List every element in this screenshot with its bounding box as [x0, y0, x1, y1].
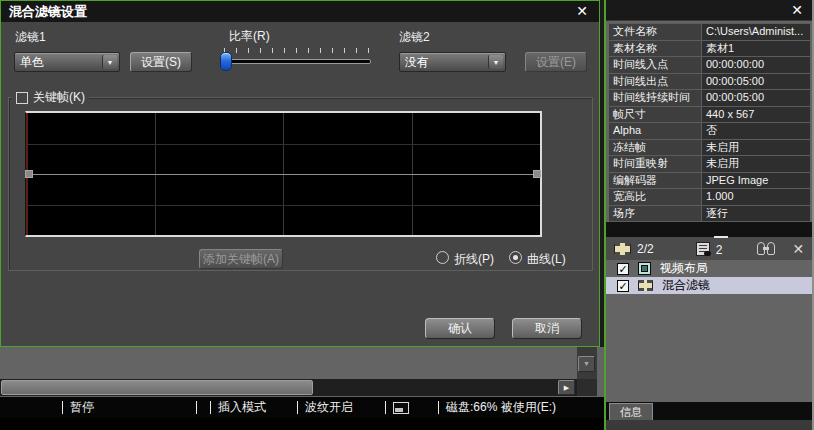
filter2-settings-button[interactable]: 设置(E)	[525, 52, 587, 72]
chevron-down-icon[interactable]: ▼	[102, 55, 117, 69]
table-row: 编解码器JPEG Image	[609, 173, 810, 190]
table-row: 帧尺寸440 x 567	[609, 107, 810, 124]
filter2-dropdown-value: 没有	[405, 54, 429, 71]
filter1-dropdown[interactable]: 单色 ▼	[14, 52, 120, 72]
chevron-down-icon[interactable]: ▼	[488, 55, 503, 69]
confirm-button[interactable]: 确认	[425, 318, 495, 339]
timeline-window-bottom: ▼ ▶ 暂停 插入模式 波纹开启 磁盘:66% 被使用(E:)	[0, 347, 604, 430]
dialog-titlebar[interactable]: 混合滤镜设置	[1, 1, 599, 22]
scrollbar-corner	[577, 379, 597, 396]
keyframe-checkbox[interactable]	[16, 92, 28, 104]
keyframe-curve-area[interactable]	[25, 111, 542, 237]
table-row: 时间重映射未启用	[609, 156, 810, 173]
filter1-dropdown-value: 单色	[20, 54, 44, 71]
table-row: 冻结帧未启用	[609, 140, 810, 157]
table-row: 素材名称素材1	[609, 41, 810, 58]
panel-bottom-edge	[606, 420, 812, 430]
scroll-right-icon[interactable]: ▶	[558, 380, 575, 395]
curve-right-handle[interactable]	[533, 170, 541, 178]
table-row: 宽高比1.000	[609, 189, 810, 206]
filmstrip-icon	[638, 280, 653, 291]
status-ripple[interactable]: 波纹开启	[297, 397, 353, 418]
polyline-radio[interactable]	[436, 251, 449, 264]
status-pause: 暂停	[62, 397, 94, 418]
list-count-overline	[714, 236, 728, 238]
filter-enabled-checkbox[interactable]: ✓	[617, 263, 629, 275]
cancel-button[interactable]: 取消	[512, 318, 582, 339]
filter2-label: 滤镜2	[399, 29, 430, 46]
curve-radio[interactable]	[509, 251, 522, 264]
panel-divider	[606, 222, 812, 237]
list-count: 2	[716, 243, 723, 257]
keyframe-label: 关键帧(K)	[33, 89, 85, 106]
applied-filter-list: ✓ 视频布局 ✓ 混合滤镜	[606, 260, 812, 294]
clip-properties-table: 文件名称C:\Users\Administ... 素材名称素材1 时间线入点00…	[609, 23, 810, 222]
filter1-label: 滤镜1	[15, 29, 46, 46]
window-bottom-edge	[0, 418, 604, 430]
curve-left-handle[interactable]	[25, 170, 33, 178]
keyframe-legend: 关键帧(K)	[12, 89, 89, 106]
table-row: 时间线出点00:00:05:00	[609, 74, 810, 91]
filter-enabled-checkbox[interactable]: ✓	[617, 280, 629, 292]
status-disk: 磁盘:66% 被使用(E:)	[438, 397, 556, 418]
filmstrip-icon	[614, 243, 631, 255]
polyline-radio-label[interactable]: 折线(P)	[454, 251, 494, 268]
filter-list-icon[interactable]	[696, 242, 710, 256]
status-insert-mode[interactable]: 插入模式	[210, 397, 266, 418]
status-separator	[196, 397, 197, 418]
ratio-slider-ticks	[224, 48, 371, 53]
filter-toolbar: 2/2 2 ✕	[606, 237, 812, 260]
table-row: 时间线入点00:00:00:00	[609, 57, 810, 74]
filter1-settings-button[interactable]: 设置(S)	[130, 52, 192, 72]
list-item[interactable]: ✓ 视频布局	[606, 260, 812, 277]
filter2-dropdown[interactable]: 没有 ▼	[399, 52, 506, 72]
ratio-label: 比率(R)	[229, 28, 270, 45]
information-panel: ✕ 文件名称C:\Users\Administ... 素材名称素材1 时间线入点…	[604, 0, 814, 430]
blend-filter-dialog: 混合滤镜设置 ✕ 滤镜1 比率(R) 滤镜2 单色 ▼ 设置(S) 没有 ▼ 设…	[0, 0, 600, 347]
keyframe-value-line[interactable]	[26, 174, 540, 175]
ratio-slider-thumb[interactable]	[220, 52, 232, 71]
panel-titlebar[interactable]: ✕	[606, 0, 812, 21]
binoculars-icon[interactable]	[756, 242, 776, 256]
horizontal-scrollbar-thumb[interactable]	[1, 380, 313, 395]
curve-radio-label[interactable]: 曲线(L)	[527, 251, 566, 268]
monitor-icon	[393, 402, 409, 414]
dialog-title: 混合滤镜设置	[9, 3, 87, 21]
table-row: Alpha否	[609, 123, 810, 140]
list-item-selected[interactable]: ✓ 混合滤镜	[606, 277, 812, 294]
table-row: 时间线持续时间00:00:05:00	[609, 90, 810, 107]
close-icon[interactable]: ✕	[573, 3, 591, 20]
filter-count: 2/2	[637, 242, 654, 256]
tab-information[interactable]: 信息	[609, 403, 653, 420]
close-icon[interactable]: ✕	[788, 2, 806, 19]
ratio-slider-track[interactable]	[223, 59, 371, 64]
table-row: 文件名称C:\Users\Administ...	[609, 24, 810, 41]
status-monitor	[385, 397, 409, 418]
status-bar: 暂停 插入模式 波纹开启 磁盘:66% 被使用(E:)	[0, 397, 604, 418]
video-layout-icon	[638, 262, 651, 275]
add-keyframe-button[interactable]: 添加关键帧(A)	[199, 249, 283, 269]
delete-filter-icon[interactable]: ✕	[792, 241, 804, 257]
table-row: 场序逐行	[609, 206, 810, 223]
panel-tabstrip: 信息	[606, 402, 812, 420]
scroll-down-icon[interactable]: ▼	[578, 356, 595, 372]
